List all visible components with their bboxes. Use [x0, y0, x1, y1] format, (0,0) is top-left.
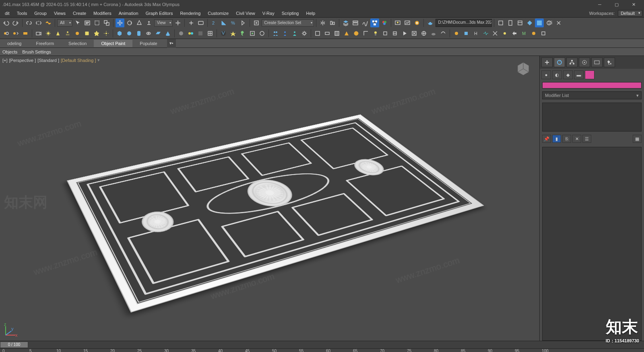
- r2-u4-button[interactable]: [342, 29, 351, 38]
- rollout-area[interactable]: [542, 147, 642, 341]
- select-manipulate-button[interactable]: [187, 19, 196, 27]
- r2-play-button[interactable]: [400, 29, 409, 38]
- r2-light7-button[interactable]: [102, 29, 111, 38]
- undo-button[interactable]: [2, 19, 10, 27]
- r2-teapot2-button[interactable]: [429, 29, 438, 38]
- vp-shading-icon[interactable]: ▾: [97, 58, 100, 63]
- viewcube[interactable]: [514, 60, 532, 78]
- r2-mat1-button[interactable]: [177, 29, 186, 38]
- r2-people2-button[interactable]: [281, 29, 289, 38]
- menu-edit[interactable]: dit: [2, 10, 13, 16]
- r2-torus-button[interactable]: [144, 29, 153, 38]
- close-button[interactable]: ✕: [625, 0, 642, 8]
- snap-2d-button[interactable]: 2: [210, 19, 219, 27]
- remove-mod-button[interactable]: ✕: [572, 135, 581, 143]
- r2-u15-button[interactable]: [481, 29, 490, 38]
- cp-sub2[interactable]: ◐: [552, 70, 562, 79]
- ref-coord-dropdown[interactable]: View: [154, 19, 173, 27]
- r2-direct-light-button[interactable]: [63, 29, 72, 38]
- named-selection-dropdown[interactable]: Create Selection Set: [262, 19, 314, 27]
- snap-percent-button[interactable]: %: [229, 19, 238, 27]
- r2-u3-button[interactable]: [332, 29, 341, 38]
- snap-angle-button[interactable]: [219, 19, 228, 27]
- render-prod-button[interactable]: [413, 19, 421, 27]
- ribbon-expand-button[interactable]: ▾▪: [167, 39, 176, 48]
- r2-u2-button[interactable]: [323, 29, 332, 38]
- show-end-result-button[interactable]: ▮: [552, 135, 561, 143]
- menu-animation[interactable]: Animation: [116, 10, 142, 16]
- menu-scripting[interactable]: Scripting: [279, 10, 302, 16]
- select-rotate-button[interactable]: [125, 19, 134, 27]
- select-place-button[interactable]: [144, 19, 153, 27]
- r2-fx1-button[interactable]: [238, 29, 247, 38]
- teapot-tool-button[interactable]: [426, 19, 435, 27]
- unlink-button[interactable]: [34, 19, 43, 27]
- menu-civil-view[interactable]: Civil View: [233, 10, 258, 16]
- r2-u1-button[interactable]: [313, 29, 322, 38]
- use-pivot-button[interactable]: [173, 19, 182, 27]
- window-crossing-button[interactable]: [102, 19, 111, 27]
- r2-attach-button[interactable]: [2, 29, 10, 38]
- r2-u6-button[interactable]: [361, 29, 370, 38]
- menu-create[interactable]: Create: [70, 10, 89, 16]
- select-scale-button[interactable]: [135, 19, 144, 27]
- toggle-ribbon-button[interactable]: [351, 19, 360, 27]
- tool-e-button[interactable]: [535, 19, 544, 27]
- menu-rendering[interactable]: Rendering: [177, 10, 204, 16]
- menu-views[interactable]: Views: [51, 10, 69, 16]
- ribbon-tab-freeform[interactable]: Freeform: [29, 40, 61, 47]
- curve-editor-button[interactable]: [361, 19, 369, 27]
- r2-light5-button[interactable]: [83, 29, 91, 38]
- menu-modifiers[interactable]: Modifiers: [90, 10, 115, 16]
- r2-sphere-button[interactable]: [125, 29, 134, 38]
- project-path-field[interactable]: D:\ZHM\Docum...3ds Max 202: [436, 19, 492, 27]
- time-ruler[interactable]: 0510152025303540455055606570758085909510…: [0, 349, 644, 352]
- cp-motion-tab[interactable]: [579, 58, 590, 67]
- subbar-brush-settings[interactable]: Brush Settings: [22, 49, 51, 54]
- menu-help[interactable]: Help: [303, 10, 318, 16]
- menu-customize[interactable]: Customize: [204, 10, 232, 16]
- rect-select-button[interactable]: [93, 19, 101, 27]
- layer-explorer-button[interactable]: [341, 19, 350, 27]
- r2-u8-button[interactable]: [390, 29, 399, 38]
- r2-u19-button[interactable]: M: [520, 29, 528, 38]
- spinner-snap-button[interactable]: [239, 19, 248, 27]
- tool-f-button[interactable]: 15: [545, 19, 553, 27]
- keyboard-shortcut-button[interactable]: [196, 19, 205, 27]
- r2-vray-button[interactable]: V: [219, 29, 228, 38]
- r2-plane-button[interactable]: [154, 29, 163, 38]
- render-setup-button[interactable]: [393, 19, 402, 27]
- r2-cylinder-button[interactable]: [134, 29, 143, 38]
- modifier-stack[interactable]: [542, 103, 642, 132]
- r2-u17-button[interactable]: [500, 29, 509, 38]
- pin-stack-button[interactable]: 📌: [542, 135, 551, 143]
- mod-extra-button[interactable]: ▦: [633, 135, 642, 143]
- redo-button[interactable]: [11, 19, 20, 27]
- vp-plus[interactable]: [+]: [2, 58, 8, 63]
- select-object-button[interactable]: [73, 19, 82, 27]
- vp-view[interactable]: [Perspective ]: [9, 58, 36, 63]
- modifier-list-dropdown[interactable]: Modifier List: [542, 91, 642, 99]
- cp-sub5[interactable]: [585, 70, 594, 79]
- select-move-button[interactable]: [116, 19, 124, 27]
- ribbon-tab-modeling[interactable]: odeling: [0, 40, 29, 47]
- cp-sub1[interactable]: ●: [541, 70, 551, 79]
- r2-box-button[interactable]: [115, 29, 124, 38]
- cp-display-tab[interactable]: [591, 58, 603, 67]
- menu-vray[interactable]: V-Ray: [259, 10, 278, 16]
- edit-named-sel-button[interactable]: [252, 19, 261, 27]
- tool-g-button[interactable]: [554, 19, 563, 27]
- r2-bulb-button[interactable]: [371, 29, 380, 38]
- minimize-button[interactable]: ─: [592, 0, 608, 8]
- r2-u5-button[interactable]: [352, 29, 361, 38]
- r2-spot-light-button[interactable]: [54, 29, 62, 38]
- ribbon-tab-populate[interactable]: Populate: [132, 40, 164, 47]
- r2-omni-light-button[interactable]: [44, 29, 53, 38]
- vp-std[interactable]: [Standard ]: [37, 58, 59, 63]
- r2-u16-button[interactable]: [491, 29, 500, 38]
- r2-people1-button[interactable]: [271, 29, 280, 38]
- cp-sub3[interactable]: ◆: [563, 70, 573, 79]
- link-button[interactable]: [25, 19, 33, 27]
- maximize-button[interactable]: ▢: [609, 0, 625, 8]
- r2-fx3-button[interactable]: [258, 29, 266, 38]
